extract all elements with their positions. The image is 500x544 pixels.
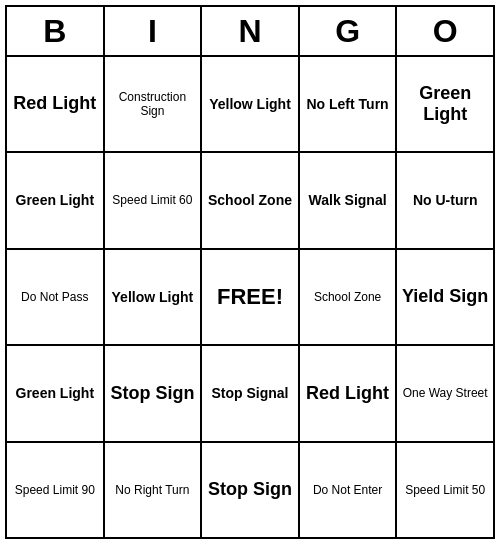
cell-1-2: School Zone — [202, 153, 300, 247]
cell-0-1: Construction Sign — [105, 57, 203, 151]
row-1: Green LightSpeed Limit 60School ZoneWalk… — [7, 153, 493, 249]
bingo-grid: Red LightConstruction SignYellow LightNo… — [7, 57, 493, 537]
cell-1-3: Walk Signal — [300, 153, 398, 247]
cell-4-3: Do Not Enter — [300, 443, 398, 537]
cell-2-3: School Zone — [300, 250, 398, 344]
cell-4-2: Stop Sign — [202, 443, 300, 537]
cell-2-0: Do Not Pass — [7, 250, 105, 344]
cell-4-1: No Right Turn — [105, 443, 203, 537]
cell-4-0: Speed Limit 90 — [7, 443, 105, 537]
cell-4-4: Speed Limit 50 — [397, 443, 493, 537]
cell-1-4: No U-turn — [397, 153, 493, 247]
cell-0-2: Yellow Light — [202, 57, 300, 151]
cell-3-0: Green Light — [7, 346, 105, 440]
header-G: G — [300, 7, 398, 55]
cell-0-4: Green Light — [397, 57, 493, 151]
row-3: Green LightStop SignStop SignalRed Light… — [7, 346, 493, 442]
cell-0-0: Red Light — [7, 57, 105, 151]
cell-2-4: Yield Sign — [397, 250, 493, 344]
cell-1-0: Green Light — [7, 153, 105, 247]
header-row: BINGO — [7, 7, 493, 57]
row-0: Red LightConstruction SignYellow LightNo… — [7, 57, 493, 153]
cell-3-3: Red Light — [300, 346, 398, 440]
cell-3-1: Stop Sign — [105, 346, 203, 440]
row-2: Do Not PassYellow LightFREE!School ZoneY… — [7, 250, 493, 346]
bingo-card: BINGO Red LightConstruction SignYellow L… — [5, 5, 495, 539]
header-N: N — [202, 7, 300, 55]
cell-3-2: Stop Signal — [202, 346, 300, 440]
cell-3-4: One Way Street — [397, 346, 493, 440]
cell-2-1: Yellow Light — [105, 250, 203, 344]
row-4: Speed Limit 90No Right TurnStop SignDo N… — [7, 443, 493, 537]
header-I: I — [105, 7, 203, 55]
cell-0-3: No Left Turn — [300, 57, 398, 151]
header-O: O — [397, 7, 493, 55]
cell-1-1: Speed Limit 60 — [105, 153, 203, 247]
cell-2-2: FREE! — [202, 250, 300, 344]
header-B: B — [7, 7, 105, 55]
